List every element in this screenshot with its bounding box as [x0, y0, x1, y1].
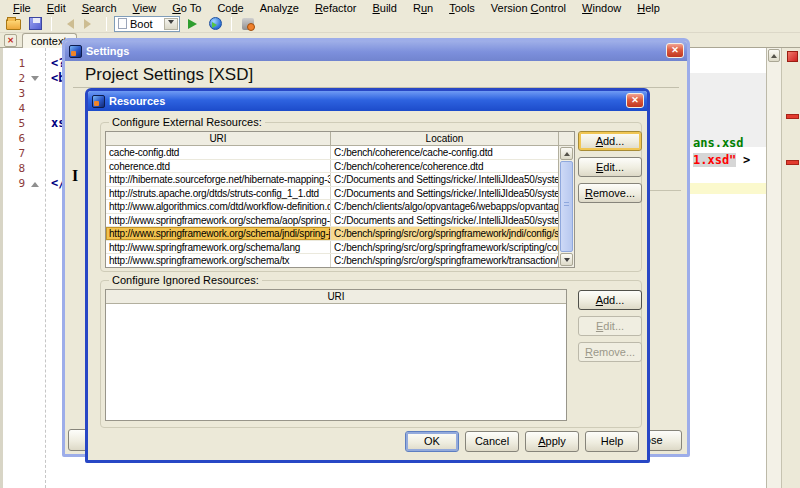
ok-button[interactable]: OK [405, 431, 459, 452]
run-configuration-select[interactable]: Boot [114, 16, 180, 32]
add-external-button[interactable]: Add... [578, 131, 642, 151]
settings-title: Settings [86, 45, 129, 57]
location-cell: C:/bench/spring/src/org/springframework/… [331, 227, 558, 240]
close-icon[interactable]: ✕ [626, 93, 644, 108]
menu-item-window[interactable]: Window [575, 1, 628, 15]
scroll-up-icon[interactable] [768, 49, 780, 62]
menu-item-file[interactable]: File [6, 1, 38, 15]
resource-row[interactable]: http://hibernate.sourceforge.net/hiberna… [106, 173, 558, 187]
run-icon[interactable] [184, 16, 202, 32]
menu-item-help[interactable]: Help [630, 1, 667, 15]
uri-cell: cache-config.dtd [106, 146, 331, 159]
chevron-down-icon[interactable] [164, 18, 178, 30]
scroll-up-icon[interactable] [560, 147, 573, 160]
external-resources-group: Configure External Resources: URI Locati… [100, 122, 642, 272]
inspections-icon[interactable] [239, 16, 257, 32]
menu-item-go-to[interactable]: Go To [165, 1, 208, 15]
help-button[interactable]: Help [585, 431, 639, 452]
uri-cell: http://www.springframework.org/schema/la… [106, 241, 331, 254]
menu-item-refactor[interactable]: Refactor [308, 1, 364, 15]
error-stripe[interactable] [781, 48, 800, 488]
uri-cell: http://www.springframework.org/schema/jn… [106, 227, 331, 240]
error-stripe-mark[interactable] [786, 114, 799, 119]
column-header-uri[interactable]: URI [106, 290, 566, 303]
settings-titlebar[interactable]: Settings ✕ [65, 41, 687, 61]
table-scrollbar[interactable] [558, 146, 574, 267]
run-config-icon [118, 18, 127, 29]
line-number: 2 [3, 71, 25, 86]
menu-item-build[interactable]: Build [365, 1, 403, 15]
line-number: 6 [3, 131, 25, 146]
column-header-uri[interactable]: URI [106, 132, 331, 145]
code-text-error: 1.xsd" [693, 153, 736, 167]
resources-titlebar[interactable]: Resources ✕ [88, 91, 647, 111]
table-header: URI [106, 290, 566, 304]
fold-marker-icon[interactable] [31, 76, 39, 85]
line-number: 9 [3, 176, 25, 191]
location-cell: C:/Documents and Settings/ricke/.Intelli… [331, 214, 558, 227]
resource-row[interactable]: http://www.springframework.org/schema/la… [106, 241, 558, 255]
external-table-body: cache-config.dtdC:/bench/coherence/cache… [106, 146, 558, 267]
remove-ignored-button[interactable]: Remove... [578, 342, 642, 362]
back-icon[interactable] [59, 16, 77, 32]
apply-button[interactable]: Apply [525, 431, 579, 452]
close-icon[interactable]: ✕ [666, 43, 684, 58]
external-resources-table[interactable]: URI Location cache-config.dtdC:/bench/co… [105, 131, 575, 268]
cancel-button[interactable]: Cancel [465, 431, 519, 452]
menu-item-view[interactable]: View [126, 1, 164, 15]
editor-scrollbar[interactable] [766, 48, 781, 488]
error-stripe-mark[interactable] [786, 160, 799, 165]
resource-row[interactable]: http://www.springframework.org/schema/tx… [106, 254, 558, 268]
error-stripe-top-mark[interactable] [787, 51, 798, 62]
ignored-resources-group: Configure Ignored Resources: URI [100, 280, 642, 428]
toolbar-separator [106, 17, 107, 31]
caret-line-highlight [690, 183, 769, 194]
add-ignored-button[interactable]: Add... [578, 290, 642, 310]
close-tab-icon[interactable]: ✕ [4, 34, 17, 47]
line-number: 1 [3, 56, 25, 71]
toolbar-separator [51, 17, 52, 31]
ignored-resources-table[interactable]: URI [105, 289, 567, 421]
resource-row[interactable]: http://www.springframework.org/schema/jn… [106, 227, 558, 241]
menu-item-search[interactable]: Search [75, 1, 124, 15]
resource-row[interactable]: http://www.algorithmics.com/dtd/workflow… [106, 200, 558, 214]
obscured-text-fragment: I [72, 167, 78, 185]
column-header-location[interactable]: Location [331, 132, 559, 145]
remove-external-button[interactable]: Remove... [578, 183, 642, 203]
forward-icon[interactable] [81, 16, 99, 32]
code-text-bracket: > [743, 153, 750, 167]
external-group-label: Configure External Resources: [109, 116, 265, 128]
scrollbar-thumb[interactable] [560, 161, 573, 252]
uri-cell: http://www.algorithmics.com/dtd/workflow… [106, 200, 331, 213]
menu-item-edit[interactable]: Edit [40, 1, 73, 15]
location-cell: C:/bench/coherence/coherence.dtd [331, 160, 558, 173]
uri-cell: http://www.springframework.org/schema/tx [106, 254, 331, 267]
table-header: URI Location [106, 132, 574, 146]
location-cell: C:/bench/clients/algo/opvantage6/webapps… [331, 200, 558, 213]
ignored-group-label: Configure Ignored Resources: [109, 274, 262, 286]
main-toolbar: Boot [0, 15, 800, 33]
scroll-down-icon[interactable] [560, 253, 573, 266]
page-title: Project Settings [XSD] [85, 65, 253, 85]
menu-item-tools[interactable]: Tools [442, 1, 482, 15]
line-number: 7 [3, 146, 25, 161]
menu-item-run[interactable]: Run [406, 1, 440, 15]
edit-ignored-button[interactable]: Edit... [578, 316, 642, 336]
open-folder-icon[interactable] [4, 16, 22, 32]
location-cell: C:/bench/spring/src/org/springframework/… [331, 241, 558, 254]
uri-cell: http://www.springframework.org/schema/ao… [106, 214, 331, 227]
menu-item-code[interactable]: Code [210, 1, 250, 15]
fold-marker-icon[interactable] [31, 178, 39, 187]
resources-dialog: Resources ✕ Configure External Resources… [85, 88, 650, 463]
edit-external-button[interactable]: Edit... [578, 157, 642, 177]
menu-item-version-control[interactable]: Version Control [484, 1, 573, 15]
sync-icon[interactable] [206, 16, 224, 32]
resource-row[interactable]: coherence.dtdC:/bench/coherence/coherenc… [106, 160, 558, 174]
resource-row[interactable]: http://struts.apache.org/dtds/struts-con… [106, 187, 558, 201]
save-icon[interactable] [26, 16, 44, 32]
location-cell: C:/bench/coherence/cache-config.dtd [331, 146, 558, 159]
resource-row[interactable]: cache-config.dtdC:/bench/coherence/cache… [106, 146, 558, 160]
line-number: 3 [3, 86, 25, 101]
menu-item-analyze[interactable]: Analyze [253, 1, 306, 15]
resource-row[interactable]: http://www.springframework.org/schema/ao… [106, 214, 558, 228]
